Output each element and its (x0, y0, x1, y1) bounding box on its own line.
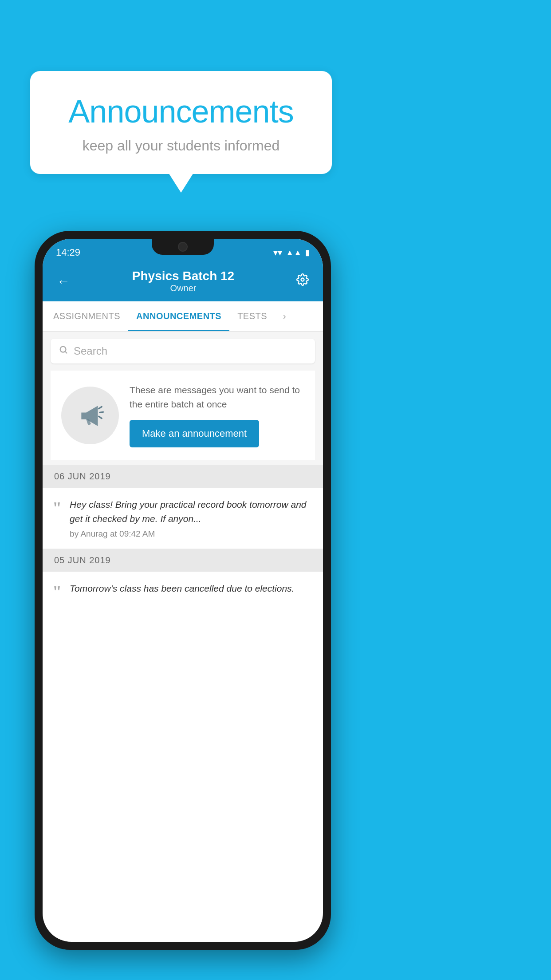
svg-point-1 (60, 347, 66, 352)
svg-line-3 (99, 407, 102, 408)
prompt-right: These are messages you want to send to t… (130, 383, 304, 447)
announcement-content-1: Hey class! Bring your practical record b… (70, 498, 313, 539)
tab-tests[interactable]: TESTS (229, 301, 275, 331)
announcement-text-1: Hey class! Bring your practical record b… (70, 498, 313, 526)
date-separator-1: 06 JUN 2019 (43, 465, 323, 488)
announcement-item-2[interactable]: " Tomorrow's class has been cancelled du… (43, 572, 323, 610)
tab-more[interactable]: › (275, 301, 294, 331)
svg-line-2 (65, 352, 67, 353)
settings-button[interactable] (293, 272, 312, 291)
announcement-content-2: Tomorrow's class has been cancelled due … (70, 581, 313, 599)
phone-notch (152, 239, 214, 255)
battery-icon: ▮ (305, 248, 310, 257)
announcement-text-2: Tomorrow's class has been cancelled due … (70, 581, 313, 596)
phone-camera (178, 242, 188, 252)
content-area: Search These are messages (43, 332, 323, 610)
signal-icon: ▲▲ (286, 248, 302, 257)
quote-icon-2: " (52, 581, 62, 600)
search-bar[interactable]: Search (51, 339, 315, 364)
wifi-icon: ▾▾ (273, 247, 282, 258)
prompt-description: These are messages you want to send to t… (130, 383, 304, 411)
header-title: Physics Batch 12 (74, 269, 293, 283)
tab-announcements[interactable]: ANNOUNCEMENTS (128, 301, 229, 331)
make-announcement-button[interactable]: Make an announcement (130, 420, 259, 447)
speech-bubble: Announcements keep all your students inf… (30, 71, 332, 174)
search-icon (59, 345, 68, 357)
status-time: 14:29 (56, 247, 80, 258)
status-icons: ▾▾ ▲▲ ▮ (273, 247, 310, 258)
megaphone-icon (75, 400, 106, 431)
svg-point-0 (301, 278, 304, 281)
quote-icon-1: " (52, 498, 62, 516)
speech-bubble-title: Announcements (57, 93, 305, 130)
search-placeholder: Search (74, 345, 107, 357)
header-center: Physics Batch 12 Owner (74, 269, 293, 293)
header-subtitle: Owner (74, 283, 293, 293)
speech-bubble-container: Announcements keep all your students inf… (30, 71, 332, 174)
phone-screen: 14:29 ▾▾ ▲▲ ▮ ← Physics Batch 12 Owner (43, 239, 323, 942)
megaphone-circle (61, 387, 119, 444)
announcement-meta-1: by Anurag at 09:42 AM (70, 529, 313, 539)
speech-bubble-subtitle: keep all your students informed (57, 138, 305, 154)
app-header: ← Physics Batch 12 Owner (43, 262, 323, 301)
phone-outer: 14:29 ▾▾ ▲▲ ▮ ← Physics Batch 12 Owner (35, 231, 331, 950)
announcement-prompt: These are messages you want to send to t… (51, 371, 315, 460)
phone-mockup: 14:29 ▾▾ ▲▲ ▮ ← Physics Batch 12 Owner (35, 231, 331, 950)
announcement-item-1[interactable]: " Hey class! Bring your practical record… (43, 488, 323, 549)
date-separator-2: 05 JUN 2019 (43, 549, 323, 572)
svg-line-4 (100, 412, 103, 412)
tab-assignments[interactable]: ASSIGNMENTS (45, 301, 128, 331)
tabs-bar: ASSIGNMENTS ANNOUNCEMENTS TESTS › (43, 301, 323, 332)
svg-line-5 (99, 416, 102, 418)
back-button[interactable]: ← (53, 272, 74, 291)
